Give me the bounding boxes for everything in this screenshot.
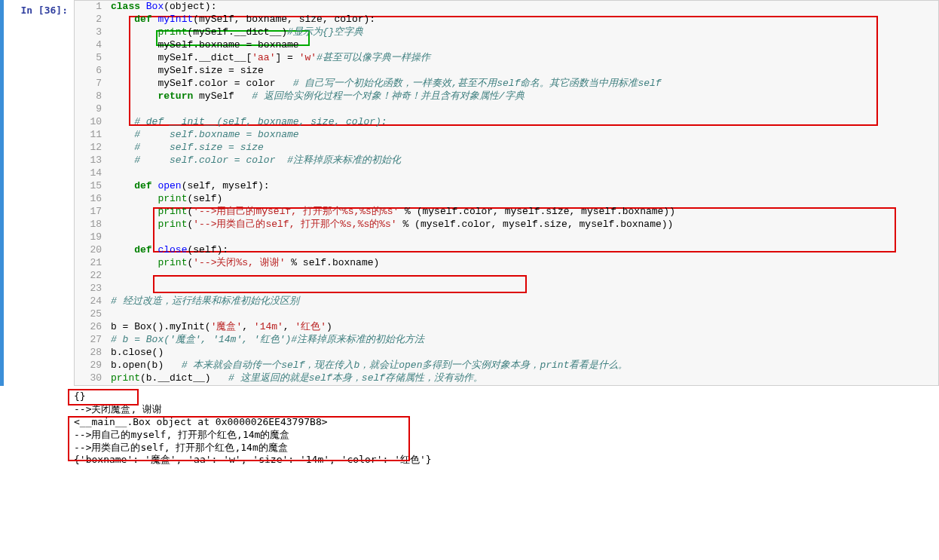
output-line: -->用自己的myself, 打开那个红色,14m的魔盒 bbox=[74, 429, 939, 442]
kw-class: class bbox=[111, 1, 146, 12]
input-prompt: In [36]: bbox=[4, 0, 74, 386]
code-editor[interactable]: 1class Box(object): 2 def myInit(mySelf,… bbox=[74, 0, 939, 386]
output-area: {} -->关闭魔盒, 谢谢 <__main__.Box object at 0… bbox=[68, 386, 939, 474]
output-line: {} bbox=[74, 390, 939, 403]
classname: Box bbox=[146, 1, 164, 12]
output-line: <__main__.Box object at 0x0000026EE43797… bbox=[74, 416, 939, 429]
output-line: -->用类自己的self, 打开那个红色,14m的魔盒 bbox=[74, 442, 939, 454]
input-cell: In [36]: 1class Box(object): 2 def myIni… bbox=[0, 0, 939, 386]
output-line: {'boxname': '魔盒', 'aa': 'w', 'size': '14… bbox=[74, 454, 939, 467]
output-line: -->关闭魔盒, 谢谢 bbox=[74, 403, 939, 416]
